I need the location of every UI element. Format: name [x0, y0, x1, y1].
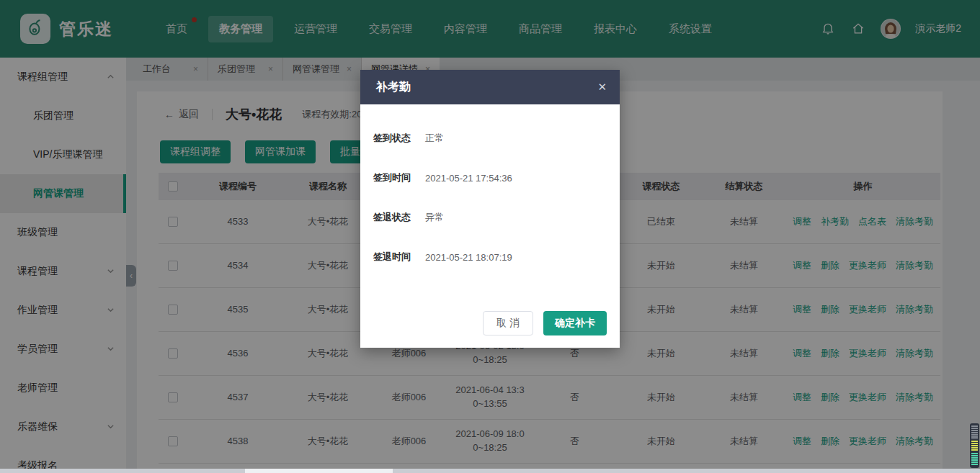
field-checkout-status: 签退状态 异常 [373, 211, 620, 224]
horizontal-scrollbar[interactable] [0, 469, 980, 473]
minimap-gray-stripes [971, 425, 978, 439]
field-checkin-status: 签到状态 正常 [373, 132, 620, 145]
dialog-header: 补考勤 ✕ [360, 70, 620, 104]
makeup-attendance-dialog: 补考勤 ✕ 签到状态 正常 签到时间 2021-05-21 17:54:36 签… [360, 70, 620, 348]
close-icon[interactable]: ✕ [597, 81, 607, 94]
dialog-title: 补考勤 [376, 80, 411, 95]
minimap-teal-stripes [971, 453, 978, 466]
minimap-yellow-stripes [971, 441, 978, 451]
dialog-body: 签到状态 正常 签到时间 2021-05-21 17:54:36 签退状态 异常… [360, 104, 620, 263]
confirm-makeup-button[interactable]: 确定补卡 [543, 311, 607, 335]
dialog-footer: 取 消 确定补卡 [483, 311, 607, 335]
cancel-button[interactable]: 取 消 [483, 311, 533, 335]
scrollbar-thumb[interactable] [245, 469, 393, 473]
field-checkout-time: 签退时间 2021-05-21 18:07:19 [373, 251, 620, 263]
field-checkin-time: 签到时间 2021-05-21 17:54:36 [373, 171, 620, 184]
scroll-minimap-widget [970, 423, 979, 468]
